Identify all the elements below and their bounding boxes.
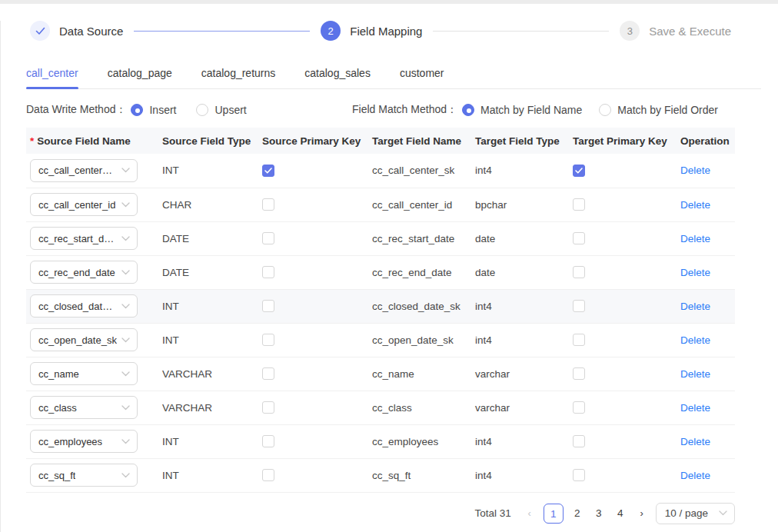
radio-icon[interactable] bbox=[599, 104, 611, 116]
target-primary-key-checkbox[interactable] bbox=[573, 266, 585, 278]
step-number: 2 bbox=[321, 21, 341, 41]
table-row: cc_sq_ft INT bbox=[26, 458, 735, 492]
tab[interactable]: catalog_returns bbox=[201, 62, 276, 88]
source-field-select[interactable]: cc_class bbox=[30, 396, 138, 419]
write-method-options: Insert Upsert bbox=[131, 104, 266, 116]
delete-button[interactable]: Delete bbox=[680, 233, 710, 244]
delete-button[interactable]: Delete bbox=[680, 368, 710, 380]
delete-button[interactable]: Delete bbox=[680, 436, 710, 447]
source-field-select[interactable]: cc_name bbox=[30, 362, 138, 385]
target-primary-key-checkbox[interactable] bbox=[573, 435, 585, 447]
select-value: cc_name bbox=[38, 368, 79, 380]
field-mapping-panel: Data Source 2 Field Mapping 3 Save & Exe… bbox=[0, 21, 778, 532]
table-header-row: *Source Field Name Source Field Type Sou… bbox=[26, 128, 735, 154]
chevron-down-icon bbox=[121, 405, 130, 411]
chevron-down-icon bbox=[121, 304, 130, 309]
radio-label: Match by Field Name bbox=[480, 104, 582, 116]
source-field-select[interactable]: cc_rec_end_date bbox=[30, 261, 138, 284]
target-field-name: cc_closed_date_sk bbox=[372, 289, 475, 323]
page-number-button[interactable]: 3 bbox=[591, 504, 607, 524]
source-field-select[interactable]: cc_rec_start_date bbox=[30, 227, 138, 250]
delete-button[interactable]: Delete bbox=[680, 301, 710, 312]
target-primary-key-checkbox[interactable] bbox=[573, 367, 585, 380]
col-target-field-type: Target Field Type bbox=[475, 128, 573, 154]
pagination: Total 31 ‹ 1 2 3 4 › 10 / page bbox=[26, 503, 735, 524]
source-field-select[interactable]: cc_sq_ft bbox=[30, 464, 138, 487]
target-primary-key-checkbox[interactable] bbox=[573, 469, 585, 481]
target-field-type: varchar bbox=[475, 357, 573, 391]
target-primary-key-checkbox[interactable] bbox=[573, 198, 585, 211]
radio-icon[interactable] bbox=[462, 104, 474, 116]
target-field-type: int4 bbox=[475, 458, 573, 492]
source-primary-key-checkbox[interactable] bbox=[262, 401, 274, 414]
page-number-button[interactable]: 1 bbox=[544, 504, 564, 524]
step-connector bbox=[433, 31, 609, 32]
select-value: cc_class bbox=[38, 402, 77, 414]
radio-option[interactable]: Match by Field Name bbox=[462, 104, 582, 116]
chevron-down-icon bbox=[121, 270, 130, 275]
radio-option[interactable]: Upsert bbox=[196, 104, 246, 116]
source-field-type: INT bbox=[162, 323, 262, 357]
col-operation: Operation bbox=[680, 128, 735, 154]
table-row: cc_call_center_id CHAR bbox=[26, 188, 735, 221]
source-primary-key-checkbox[interactable] bbox=[262, 165, 274, 177]
col-source-field-type: Source Field Type bbox=[162, 128, 262, 154]
page-number-button[interactable]: 2 bbox=[570, 504, 585, 524]
target-field-name: cc_employees bbox=[372, 424, 475, 458]
chevron-down-icon bbox=[121, 202, 130, 208]
tab[interactable]: catalog_page bbox=[108, 62, 172, 88]
source-field-type: INT bbox=[162, 424, 262, 458]
select-value: cc_rec_end_date bbox=[38, 267, 115, 278]
tab[interactable]: call_center bbox=[26, 62, 78, 88]
tab[interactable]: catalog_sales bbox=[304, 62, 371, 88]
chevron-down-icon bbox=[719, 510, 727, 516]
radio-option[interactable]: Match by Field Order bbox=[599, 104, 718, 116]
radio-option[interactable]: Insert bbox=[131, 104, 176, 116]
target-primary-key-checkbox[interactable] bbox=[573, 232, 585, 244]
delete-button[interactable]: Delete bbox=[680, 402, 710, 414]
target-primary-key-checkbox[interactable] bbox=[573, 401, 585, 414]
control-row: Data Write Method： Insert Upsert bbox=[26, 103, 735, 117]
source-primary-key-checkbox[interactable] bbox=[262, 435, 274, 447]
source-field-select[interactable]: cc_employees bbox=[30, 430, 138, 453]
source-field-select[interactable]: cc_closed_date_... bbox=[30, 294, 138, 318]
source-primary-key-checkbox[interactable] bbox=[262, 198, 274, 211]
source-field-select[interactable]: cc_call_center_sk bbox=[30, 159, 138, 182]
source-field-type: VARCHAR bbox=[162, 357, 262, 391]
select-value: cc_sq_ft bbox=[38, 470, 75, 481]
step-label: Field Mapping bbox=[350, 25, 422, 38]
radio-icon[interactable] bbox=[131, 104, 143, 116]
source-primary-key-checkbox[interactable] bbox=[262, 300, 274, 312]
select-value: cc_closed_date_... bbox=[38, 301, 117, 312]
source-primary-key-checkbox[interactable] bbox=[262, 367, 274, 380]
source-primary-key-checkbox[interactable] bbox=[262, 334, 274, 346]
pagination-total: Total 31 bbox=[474, 507, 510, 519]
col-source-primary-key: Source Primary Key bbox=[262, 128, 372, 154]
step-save-execute[interactable]: 3 Save & Execute bbox=[620, 21, 731, 41]
step-field-mapping[interactable]: 2 Field Mapping bbox=[321, 21, 422, 41]
chevron-down-icon bbox=[121, 236, 130, 241]
radio-icon[interactable] bbox=[196, 104, 208, 116]
delete-button[interactable]: Delete bbox=[680, 470, 710, 481]
delete-button[interactable]: Delete bbox=[680, 267, 710, 278]
source-primary-key-checkbox[interactable] bbox=[262, 266, 274, 278]
source-primary-key-checkbox[interactable] bbox=[262, 469, 274, 481]
target-primary-key-checkbox[interactable] bbox=[573, 300, 585, 312]
source-field-select[interactable]: cc_open_date_sk bbox=[30, 328, 138, 351]
target-primary-key-checkbox[interactable] bbox=[573, 334, 585, 346]
delete-button[interactable]: Delete bbox=[680, 165, 710, 176]
source-field-select[interactable]: cc_call_center_id bbox=[30, 193, 138, 216]
chevron-left-icon[interactable]: ‹ bbox=[522, 507, 537, 519]
table-row: cc_rec_start_date DATE bbox=[26, 221, 735, 255]
step-data-source[interactable]: Data Source bbox=[30, 21, 123, 41]
delete-button[interactable]: Delete bbox=[680, 334, 710, 346]
chevron-right-icon[interactable]: › bbox=[634, 507, 650, 519]
delete-button[interactable]: Delete bbox=[680, 199, 710, 211]
tab[interactable]: customer bbox=[400, 62, 444, 88]
page-size-select[interactable]: 10 / page bbox=[656, 503, 735, 524]
step-label: Data Source bbox=[59, 25, 123, 38]
radio-label: Upsert bbox=[214, 104, 246, 116]
source-primary-key-checkbox[interactable] bbox=[262, 232, 274, 244]
page-number-button[interactable]: 4 bbox=[613, 504, 628, 524]
target-primary-key-checkbox[interactable] bbox=[573, 165, 585, 177]
